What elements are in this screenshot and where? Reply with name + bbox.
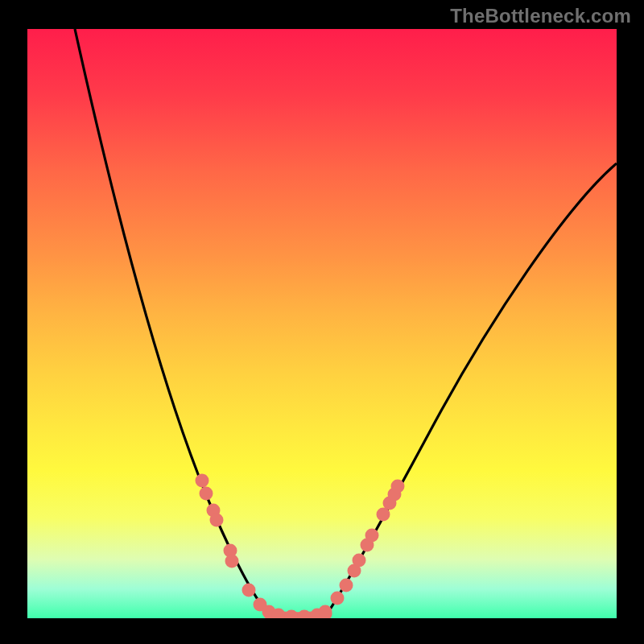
curve-left (75, 29, 269, 618)
data-marker (285, 610, 299, 619)
bottom-border (27, 618, 617, 644)
plot-area (27, 29, 617, 618)
chart-frame: TheBottleneck.com (0, 0, 644, 644)
data-marker (331, 592, 345, 605)
data-marker (200, 487, 213, 501)
watermark-text: TheBottleneck.com (450, 5, 631, 27)
chart-svg (27, 29, 617, 618)
data-marker (298, 610, 312, 619)
data-marker (242, 584, 256, 597)
data-marker (353, 554, 366, 568)
data-marker (210, 514, 224, 527)
data-marker (225, 555, 239, 568)
marker-layer (196, 474, 405, 619)
data-marker (391, 480, 405, 493)
data-marker (319, 605, 332, 619)
data-marker (340, 579, 353, 592)
data-marker (365, 529, 379, 543)
data-marker (196, 474, 209, 488)
